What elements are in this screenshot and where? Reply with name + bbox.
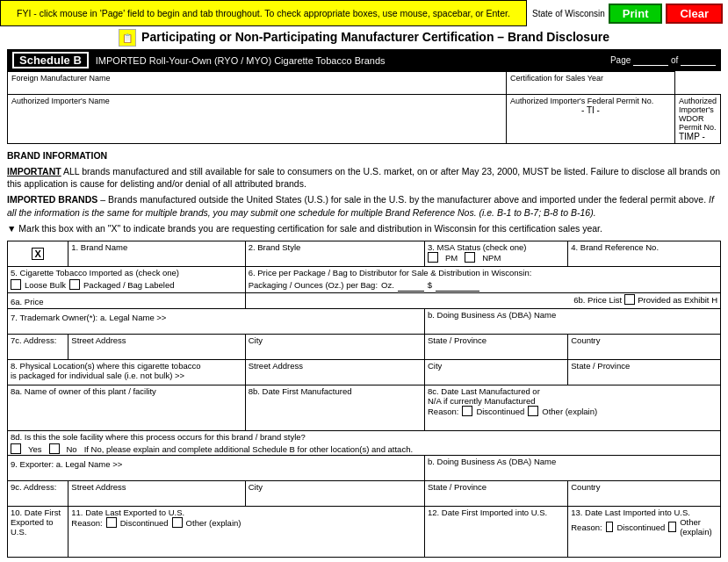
- other-imp-label: Other (explain): [680, 517, 717, 537]
- foreign-mfr-label: Foreign Manufacturer Name: [11, 74, 502, 83]
- auth-importer-input[interactable]: [11, 105, 502, 115]
- state-9c-input[interactable]: [428, 492, 565, 505]
- auth-wdor-label: Authorized Importer's WDOR Permit No.: [679, 97, 717, 132]
- brand-name-input[interactable]: [71, 252, 241, 265]
- physical-loc2-label: is packaged for individual sale (i.e. no…: [11, 371, 184, 380]
- date-last-exported-input[interactable]: [71, 528, 422, 544]
- packaged-label: Packaged / Bag Labeled: [83, 280, 175, 290]
- state-8-label: State / Province: [571, 361, 630, 371]
- cert-sales-year-input[interactable]: [510, 83, 671, 92]
- addr-9c-label-cell: 9c. Address:: [8, 481, 68, 507]
- state-8-cell: State / Province: [568, 360, 721, 385]
- brand-info-section: BRAND INFORMATION IMPORTANT ALL brands m…: [7, 149, 721, 235]
- auth-importer-cell: Authorized Importer's Name: [8, 95, 507, 144]
- physical-loc-cell: 8. Physical Location(s) where this cigar…: [8, 360, 246, 385]
- no-checkbox[interactable]: [49, 443, 60, 454]
- packaged-checkbox[interactable]: [69, 279, 80, 290]
- date-last-mfg-input[interactable]: [428, 416, 717, 429]
- reason-imp-label: Reason:: [571, 522, 602, 532]
- loose-bulk-checkbox[interactable]: [11, 279, 21, 290]
- state-7c-input[interactable]: [428, 345, 565, 358]
- auth-importer-label: Authorized Importer's Name: [11, 97, 502, 105]
- auth-federal-cell: Authorized Importer's Federal Permit No.…: [506, 95, 674, 144]
- price-package-cell: 6. Price per Package / Bag to Distributo…: [245, 267, 720, 293]
- state-8-input[interactable]: [571, 371, 717, 384]
- cert-sales-year-cell: Certification for Sales Year: [506, 72, 674, 95]
- addr-9c-label: 9c. Address:: [11, 482, 56, 492]
- discontinued-8c-checkbox[interactable]: [462, 406, 472, 416]
- brand-ref-input[interactable]: [571, 252, 717, 265]
- exporter-dba-cell: b. Doing Business As (DBA) Name: [425, 456, 721, 481]
- ti-value: - TI -: [510, 105, 671, 115]
- date-first-imported-input[interactable]: [428, 517, 565, 537]
- discontinued-exp-checkbox[interactable]: [106, 517, 117, 528]
- other-imp-checkbox[interactable]: [668, 522, 676, 532]
- addr-7c-label: 7c. Address:: [11, 335, 56, 345]
- price-6a-input[interactable]: [46, 294, 231, 307]
- other-8c-checkbox[interactable]: [528, 406, 538, 416]
- date-last-imported-input[interactable]: [571, 537, 717, 552]
- page-total[interactable]: [681, 55, 716, 66]
- clear-button[interactable]: Clear: [666, 4, 723, 24]
- owner-name-8a-label: 8a. Name of owner of this plant / facili…: [11, 386, 156, 396]
- state-9c-cell: State / Province: [425, 481, 568, 507]
- yes-checkbox[interactable]: [11, 443, 21, 454]
- brand-info-heading: BRAND INFORMATION: [7, 149, 721, 162]
- brand-columns-header: 1. Brand Name 2. Brand Style 3. MSA Stat…: [7, 241, 721, 558]
- brand-name-col: 1. Brand Name: [68, 241, 245, 267]
- discontinued-exp-label: Discontinued: [120, 518, 169, 528]
- provided-exhibit-row: 6b. Price List Provided as Exhibit H: [249, 294, 717, 305]
- discontinued-imp-checkbox[interactable]: [606, 522, 614, 532]
- foreign-mfr-input[interactable]: [11, 83, 502, 92]
- country-9c-input[interactable]: [571, 492, 717, 505]
- country-9c-label: Country: [571, 482, 600, 492]
- city-7c-input[interactable]: [249, 345, 422, 358]
- important-label: IMPORTANT: [7, 166, 61, 177]
- pm-checkbox[interactable]: [428, 252, 438, 263]
- loose-bulk-label: Loose Bulk: [25, 280, 66, 290]
- mark-instruction-para: ▼ Mark this box with an "X" to indicate …: [7, 222, 721, 235]
- date-first-exported-label: 10. Date First Exported to U.S.: [11, 508, 61, 537]
- city-9c-label: City: [249, 482, 263, 492]
- city-9c-input[interactable]: [249, 492, 422, 505]
- imported-brands-label: IMPORTED BRANDS: [7, 194, 97, 205]
- owner-name-8a-cell: 8a. Name of owner of this plant / facili…: [8, 385, 246, 431]
- date-last-imported-cell: 13. Date Last Imported into U.S. Reason:…: [568, 507, 721, 558]
- trademark-input[interactable]: [169, 310, 415, 323]
- exhibit-label: Provided as Exhibit H: [638, 295, 717, 305]
- owner-name-8a-input[interactable]: [11, 396, 242, 409]
- print-button[interactable]: Print: [609, 4, 663, 24]
- date-first-mfg-input[interactable]: [249, 396, 422, 412]
- x-checkbox-cell[interactable]: [8, 241, 68, 267]
- state-label: State of Wisconsin: [532, 9, 605, 18]
- brand-style-label: 2. Brand Style: [249, 242, 301, 252]
- packaging-row: Packaging / Ounces (Oz.) per Bag: Oz. $: [249, 277, 717, 292]
- price-input[interactable]: [436, 277, 479, 292]
- street-7c-input[interactable]: [71, 345, 241, 358]
- trademark-legal-cell: 7. Trademark Owner(*): a. Legal Name >>: [8, 309, 425, 335]
- note-icon: 📋: [119, 29, 136, 47]
- other-exp-checkbox[interactable]: [172, 517, 183, 528]
- msa-status-label: 3. MSA Status (check one): [428, 242, 565, 252]
- brand-style-input[interactable]: [249, 252, 422, 265]
- page-number[interactable]: [633, 55, 668, 66]
- exporter-legal-label: 9. Exporter: a. Legal Name >>: [11, 459, 122, 469]
- date-first-exported-input[interactable]: [11, 537, 65, 556]
- street-9c-input[interactable]: [71, 492, 241, 505]
- fyi-notice: FYI - click mouse in 'Page' field to beg…: [0, 0, 527, 26]
- npm-checkbox[interactable]: [465, 252, 475, 263]
- dba-input[interactable]: [428, 320, 660, 333]
- street-8-input[interactable]: [249, 371, 422, 384]
- country-7c-input[interactable]: [571, 345, 717, 358]
- oz-label: Oz.: [381, 280, 394, 290]
- exporter-dba-input[interactable]: [428, 466, 660, 479]
- city-8-input[interactable]: [428, 371, 565, 384]
- cert-sales-year-label: Certification for Sales Year: [510, 74, 671, 83]
- x-checkbox[interactable]: [32, 248, 44, 260]
- date-first-exported-cell: 10. Date First Exported to U.S.: [8, 507, 68, 558]
- exporter-legal-input[interactable]: [125, 457, 371, 470]
- exhibit-checkbox[interactable]: [624, 294, 635, 305]
- brand-style-col: 2. Brand Style: [245, 241, 424, 267]
- oz-input[interactable]: [398, 277, 424, 292]
- brand-ref-col: 4. Brand Reference No.: [568, 241, 721, 267]
